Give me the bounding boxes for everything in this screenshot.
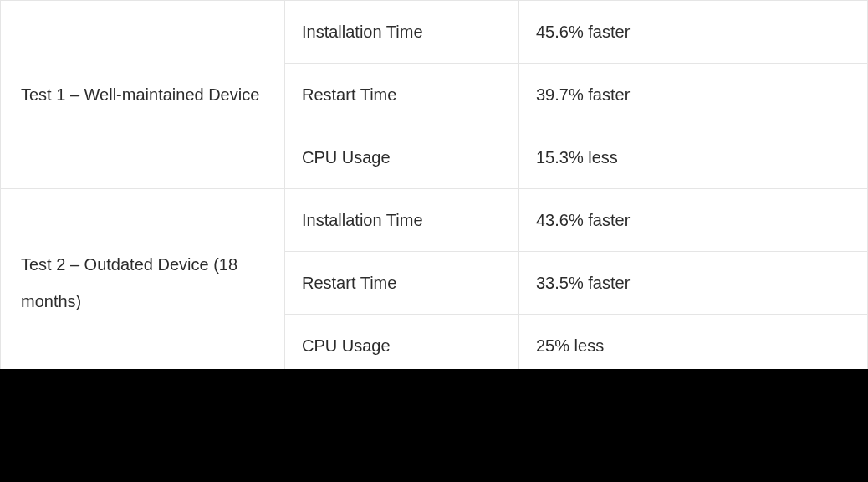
bottom-bar (0, 369, 868, 482)
table-row: Test 1 – Well-maintained Device Installa… (1, 1, 868, 64)
metric-name: Restart Time (285, 252, 519, 315)
metric-name: Installation Time (285, 189, 519, 252)
test-label: Test 2 – Outdated Device (18 months) (1, 189, 285, 377)
metric-name: CPU Usage (285, 126, 519, 189)
metric-value: 33.5% faster (519, 252, 868, 315)
metric-name: Installation Time (285, 1, 519, 64)
test-label: Test 1 – Well-maintained Device (1, 1, 285, 189)
metric-value: 43.6% faster (519, 189, 868, 252)
metric-value: 39.7% faster (519, 64, 868, 126)
metric-value: 15.3% less (519, 126, 868, 189)
metric-name: CPU Usage (285, 315, 519, 377)
metric-value: 25% less (519, 315, 868, 377)
table-row: Test 2 – Outdated Device (18 months) Ins… (1, 189, 868, 252)
metric-name: Restart Time (285, 64, 519, 126)
metric-value: 45.6% faster (519, 1, 868, 64)
